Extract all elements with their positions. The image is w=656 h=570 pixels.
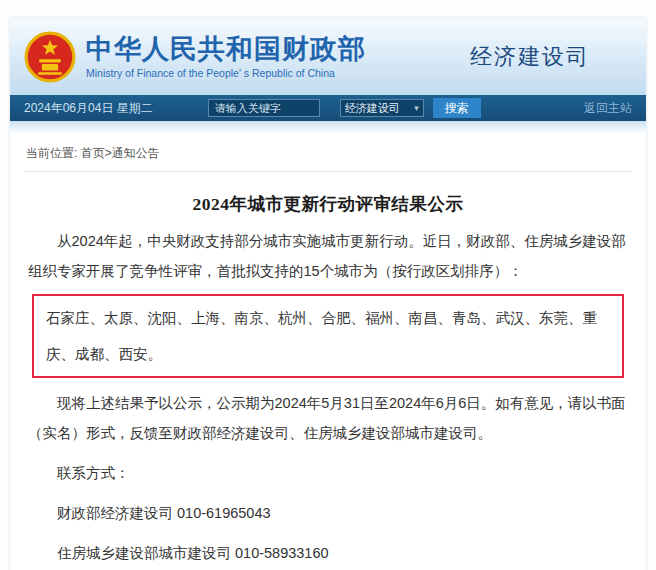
chevron-down-icon: ▾ <box>414 103 419 113</box>
scope-select-value: 经济建设司 <box>345 101 400 116</box>
site-header: 中华人民共和国财政部 Ministry of Finance of the Pe… <box>10 18 646 95</box>
announcement-article: 2024年城市更新行动评审结果公示 从2024年起，中央财政支持部分城市实施城市… <box>10 172 646 568</box>
search-group: 经济建设司 ▾ 搜索 <box>208 98 481 118</box>
page-container: 中华人民共和国财政部 Ministry of Finance of the Pe… <box>10 18 646 570</box>
search-input[interactable] <box>208 99 320 117</box>
current-date: 2024年06月04日 星期二 <box>24 100 153 117</box>
department-name: 经济建设司 <box>470 42 632 72</box>
main-content: 当前位置: 首页>通知公告 2024年城市更新行动评审结果公示 从2024年起，… <box>10 133 646 570</box>
header-bottom-band <box>10 121 646 133</box>
breadcrumb-home-link[interactable]: 首页 <box>81 146 105 160</box>
site-title: 中华人民共和国财政部 <box>86 34 366 65</box>
breadcrumb: 当前位置: 首页>通知公告 <box>10 135 646 171</box>
breadcrumb-label: 当前位置: <box>26 146 77 160</box>
return-main-site-link[interactable]: 返回主站 <box>584 100 632 117</box>
national-emblem-icon <box>24 31 76 83</box>
breadcrumb-section-link[interactable]: 通知公告 <box>112 146 160 160</box>
article-title: 2024年城市更新行动评审结果公示 <box>28 192 628 216</box>
search-button[interactable]: 搜索 <box>433 98 481 118</box>
article-paragraph-2: 现将上述结果予以公示，公示期为2024年5月31日至2024年6月6日。如有意见… <box>28 388 628 448</box>
scope-select[interactable]: 经济建设司 ▾ <box>340 99 424 117</box>
article-paragraph-1: 从2024年起，中央财政支持部分城市实施城市更新行动。近日，财政部、住房城乡建设… <box>28 226 628 286</box>
site-subtitle: Ministry of Finance of the People' s Rep… <box>86 67 366 79</box>
breadcrumb-separator: > <box>105 146 112 160</box>
contact-line-mohurd: 住房城乡建设部城市建设司 010-58933160 <box>28 538 628 568</box>
highlighted-city-list: 石家庄、太原、沈阳、上海、南京、杭州、合肥、福州、南昌、青岛、武汉、东莞、重庆、… <box>32 294 624 378</box>
contact-label: 联系方式： <box>28 458 628 488</box>
contact-line-mof: 财政部经济建设司 010-61965043 <box>28 498 628 528</box>
navbar: 2024年06月04日 星期二 经济建设司 ▾ 搜索 返回主站 <box>10 95 646 121</box>
site-title-block: 中华人民共和国财政部 Ministry of Finance of the Pe… <box>86 34 366 79</box>
